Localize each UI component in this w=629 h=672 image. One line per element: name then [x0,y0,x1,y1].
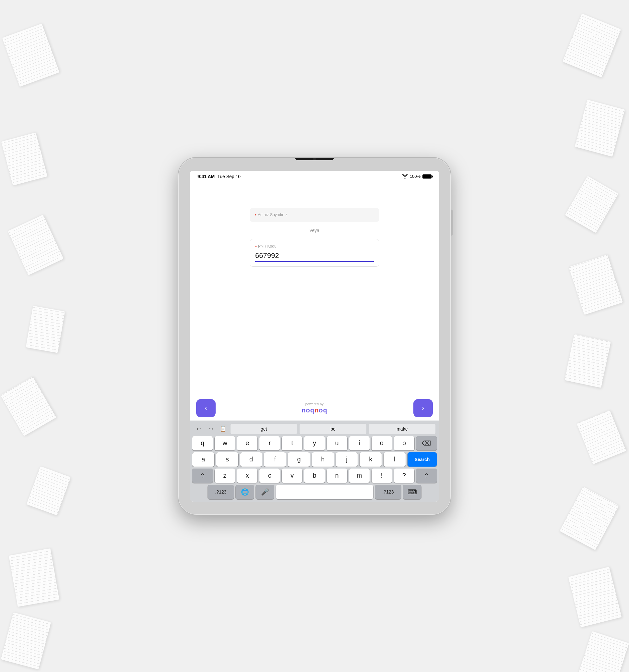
key-v[interactable]: v [282,469,302,483]
search-button[interactable]: Search [407,452,437,466]
name-required-dot: • [255,212,256,217]
form-area: • Adınız-Soyadınız veya • PNR Kodu 66799… [250,208,379,267]
key-i[interactable]: i [349,436,370,450]
paste-button[interactable]: 📋 [218,424,228,434]
key-b[interactable]: b [304,469,325,483]
key-c[interactable]: c [259,469,280,483]
key-p[interactable]: p [394,436,414,450]
keyboard: ↩ ↪ 📋 get be make q w e r t y u i o p ⌫ [190,421,439,502]
camera-notch [295,158,334,160]
app-content: • Adınız-Soyadınız veya • PNR Kodu 66799… [190,182,439,396]
key-q[interactable]: q [192,436,213,450]
keyboard-row-3: ⇧ z x c v b n m ! ? ⇧ [191,469,438,483]
key-g[interactable]: g [288,452,310,466]
key-shift-left[interactable]: ⇧ [192,469,213,483]
key-z[interactable]: z [215,469,235,483]
redo-button[interactable]: ↪ [206,424,216,434]
key-a[interactable]: a [192,452,214,466]
key-d[interactable]: d [240,452,262,466]
powered-by-text: powered by [305,402,324,406]
pnr-field-value: 667992 [255,251,374,262]
suggestion-get[interactable]: get [230,424,297,434]
key-e[interactable]: e [237,436,257,450]
keyboard-row-2: a s d f g h j k l Search [191,452,438,466]
wifi-icon [402,174,408,179]
pnr-field-wrapper[interactable]: • PNR Kodu 667992 [250,239,379,267]
pnr-required-dot: • [255,244,257,249]
nav-next-button[interactable]: › [413,399,433,417]
key-u[interactable]: u [327,436,347,450]
key-x[interactable]: x [237,469,257,483]
name-field-wrapper[interactable]: • Adınız-Soyadınız [250,208,379,222]
nav-bar: ‹ powered by noqnoq › [190,396,439,421]
suggestion-make[interactable]: make [369,424,435,434]
key-m[interactable]: m [349,469,370,483]
ipad-device: 9:41 AM Tue Sep 10 100% [178,158,451,514]
keyboard-row-bottom: .?123 🌐 🎤 .?123 ⌨ [191,485,438,499]
key-w[interactable]: w [215,436,235,450]
key-shift-right[interactable]: ⇧ [416,469,437,483]
powered-by-area: powered by noqnoq [302,402,327,414]
key-backspace[interactable]: ⌫ [416,436,437,450]
key-exclaim[interactable]: ! [372,469,392,483]
camera-dot [313,158,316,160]
pnr-field-label: • PNR Kodu [255,244,374,249]
status-icons: 100% [402,174,431,179]
ipad-screen: 9:41 AM Tue Sep 10 100% [190,171,439,502]
battery-percent: 100% [410,174,421,179]
key-mic[interactable]: 🎤 [256,485,274,499]
key-j[interactable]: j [336,452,358,466]
nav-prev-button[interactable]: ‹ [196,399,216,417]
key-s[interactable]: s [216,452,238,466]
key-n[interactable]: n [327,469,347,483]
status-date: Tue Sep 10 [217,174,241,179]
key-o[interactable]: o [372,436,392,450]
keyboard-row-1: q w e r t y u i o p ⌫ [191,436,438,450]
key-globe[interactable]: 🌐 [236,485,254,499]
key-l[interactable]: l [383,452,406,466]
key-t[interactable]: t [282,436,302,450]
battery-icon [423,174,431,179]
key-keyboard-hide[interactable]: ⌨ [403,485,421,499]
suggestion-be[interactable]: be [300,424,366,434]
key-f[interactable]: f [264,452,286,466]
key-y[interactable]: y [304,436,325,450]
key-space[interactable] [276,485,373,499]
key-numeric-right[interactable]: .?123 [375,485,401,499]
key-numeric[interactable]: .?123 [208,485,234,499]
status-bar: 9:41 AM Tue Sep 10 100% [190,171,439,182]
noqnoq-logo: noqnoq [302,407,327,414]
keyboard-toolbar: ↩ ↪ 📋 get be make [191,423,438,436]
key-question[interactable]: ? [394,469,414,483]
key-k[interactable]: k [359,452,382,466]
status-time: 9:41 AM [198,174,215,179]
battery-fill [423,175,431,178]
name-field-label: • Adınız-Soyadınız [255,212,374,217]
key-r[interactable]: r [259,436,280,450]
key-h[interactable]: h [312,452,334,466]
undo-button[interactable]: ↩ [194,424,203,434]
divider-text: veya [310,228,319,233]
